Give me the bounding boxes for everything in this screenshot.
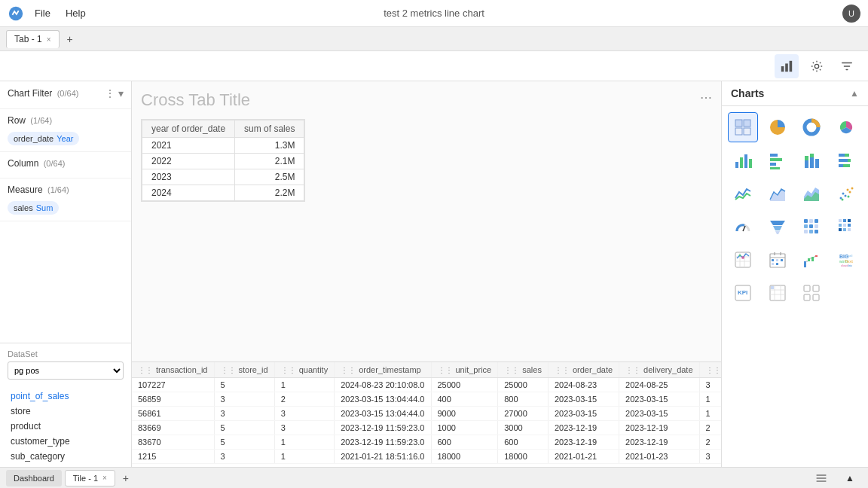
svg-marker-38 [770, 221, 785, 225]
chart-title: Cross Tab Title [141, 90, 712, 110]
svg-rect-51 [843, 219, 846, 222]
svg-rect-50 [839, 219, 842, 222]
table-row: 107227512024-08-23 20:10:08.025000250002… [132, 378, 721, 392]
chart-type-spatial-map[interactable] [728, 245, 758, 275]
field-customer-type[interactable]: customer_type [8, 434, 124, 449]
row-chip[interactable]: order_date Year [8, 132, 79, 145]
toolbar-settings-icon[interactable] [805, 54, 829, 78]
toolbar-filter-icon[interactable] [835, 54, 859, 78]
bottom-list-icon[interactable] [809, 466, 833, 489]
chart-type-rose[interactable] [831, 112, 861, 142]
measure-chip[interactable]: sales Sum [8, 201, 59, 215]
svg-point-30 [842, 193, 844, 195]
chart-type-filled-area[interactable] [796, 178, 827, 209]
tile-add-button[interactable]: + [118, 471, 133, 486]
measure-header: Measure (1/64) [8, 185, 124, 195]
svg-rect-56 [839, 228, 842, 231]
tile-tab-close[interactable]: × [102, 474, 107, 482]
chart-type-table2[interactable] [763, 278, 793, 308]
dataset-section: DataSet pg pos [0, 343, 131, 386]
col-delivery-date: ⋮⋮delivery_date [619, 362, 699, 378]
charts-collapse-button[interactable]: ▲ [850, 88, 859, 99]
chart-type-waterfall[interactable] [796, 245, 827, 275]
col-sales: ⋮⋮sales [498, 362, 549, 378]
chart-type-tile-map[interactable] [796, 212, 827, 242]
svg-point-32 [846, 189, 848, 191]
row-header: Row (1/64) [8, 115, 124, 126]
svg-rect-41 [804, 219, 808, 223]
chart-type-bar[interactable] [728, 145, 758, 175]
svg-marker-39 [773, 226, 782, 230]
chart-filter-header: Chart Filter (0/64) ⋮ ▾ [8, 87, 124, 99]
charts-panel-title: Charts [731, 87, 764, 99]
chart-filter-collapse-icon[interactable]: ▾ [118, 87, 124, 99]
dataset-select[interactable]: pg pos [8, 361, 124, 380]
table-row: 83669532023-12-19 11:59:23.0100030002023… [132, 421, 721, 435]
bottom-bar: Dashboard Tile - 1 × + ▲ [0, 467, 868, 488]
chart-type-stacked-bar[interactable] [796, 145, 827, 175]
svg-rect-43 [815, 219, 818, 223]
column-title: Column (0/64) [8, 158, 65, 169]
chart-type-grid[interactable] [796, 278, 827, 308]
chart-type-area[interactable] [763, 178, 793, 209]
tab-bar: Tab - 1 × + [0, 27, 868, 51]
svg-rect-69 [808, 258, 810, 261]
field-sub-category[interactable]: sub_category [8, 449, 124, 464]
chart-type-horizontal-stacked-bar[interactable] [831, 145, 861, 175]
svg-rect-66 [772, 263, 774, 265]
chart-type-donut[interactable] [796, 112, 827, 142]
svg-point-35 [841, 199, 843, 201]
svg-rect-86 [813, 285, 819, 291]
svg-text:small: small [845, 254, 852, 258]
svg-rect-13 [749, 159, 752, 168]
bottom-collapse-icon[interactable]: ▲ [838, 466, 862, 489]
chart-type-pie[interactable] [763, 112, 793, 142]
chart-filter-actions: ⋮ ▾ [105, 87, 124, 99]
svg-point-60 [741, 256, 744, 259]
chart-filter-more-icon[interactable]: ⋮ [105, 87, 115, 99]
chart-filter-section: Chart Filter (0/64) ⋮ ▾ [0, 81, 131, 109]
tile-tab[interactable]: Tile - 1 × [65, 470, 115, 486]
cross-tab-col-1: sum of sales [235, 120, 304, 138]
chart-type-funnel[interactable] [763, 212, 793, 242]
svg-rect-22 [815, 159, 819, 168]
cross-tab-row-1: 2022 2.1M [142, 154, 304, 169]
chart-type-cross-tab[interactable] [728, 112, 758, 142]
top-bar: File Help test 2 metrics line chart U [0, 0, 868, 27]
menu-help[interactable]: Help [61, 5, 90, 22]
field-product[interactable]: product [8, 419, 124, 434]
field-point-of-sales[interactable]: point_of_sales [8, 389, 124, 404]
tab-add-button[interactable]: + [63, 32, 78, 47]
chart-menu-button[interactable]: ⋯ [700, 90, 712, 105]
svg-rect-70 [811, 257, 814, 261]
svg-rect-67 [776, 263, 778, 265]
menu-file[interactable]: File [30, 5, 55, 22]
svg-rect-8 [744, 128, 750, 135]
data-table-area: ⋮⋮transaction_id ⋮⋮store_id ⋮⋮quantity ⋮… [132, 361, 721, 467]
chart-type-line[interactable] [728, 178, 758, 209]
chart-type-scatter[interactable] [831, 178, 861, 209]
left-panel: Chart Filter (0/64) ⋮ ▾ Row (1/64) order… [0, 81, 132, 467]
svg-rect-2 [785, 63, 788, 72]
chart-type-heatmap[interactable] [831, 212, 861, 242]
chart-type-calendar[interactable] [763, 245, 793, 275]
chart-type-gauge[interactable] [728, 212, 758, 242]
tab-1-close[interactable]: × [47, 35, 51, 44]
bottom-right: ▲ [809, 466, 862, 489]
svg-point-34 [851, 188, 853, 190]
svg-point-33 [848, 191, 851, 194]
toolbar-barchart-icon[interactable] [775, 54, 799, 78]
tab-1[interactable]: Tab - 1 × [6, 30, 60, 48]
svg-marker-40 [775, 231, 780, 234]
svg-point-61 [739, 255, 741, 257]
svg-rect-17 [770, 167, 780, 169]
chart-icons-grid: BIGsmallwordTextclouddata KPI [722, 106, 868, 467]
chart-type-horizontal-bar[interactable] [763, 145, 793, 175]
chart-filter-title: Chart Filter (0/64) [8, 88, 78, 99]
user-avatar[interactable]: U [842, 5, 860, 23]
svg-rect-6 [744, 120, 750, 127]
dashboard-tab[interactable]: Dashboard [6, 470, 62, 486]
field-store[interactable]: store [8, 404, 124, 419]
chart-type-kpi[interactable]: KPI [728, 278, 758, 308]
chart-type-word-cloud[interactable]: BIGsmallwordTextclouddata [831, 245, 861, 275]
